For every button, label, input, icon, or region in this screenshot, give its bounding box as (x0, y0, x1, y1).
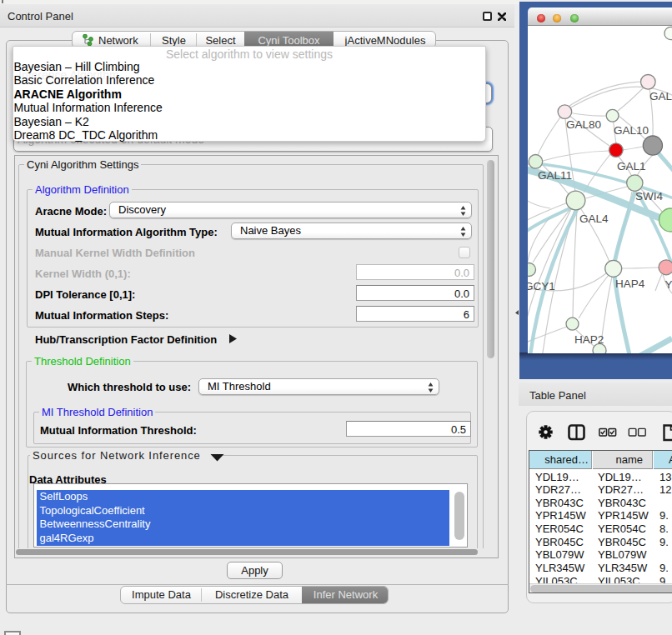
svg-text:GAL4: GAL4 (579, 212, 609, 225)
svg-text:SWI4: SWI4 (635, 190, 663, 202)
svg-text:GAL1: GAL1 (617, 160, 646, 172)
svg-text:GCY1: GCY1 (528, 280, 555, 292)
svg-text:Y: Y (665, 278, 672, 291)
svg-text:HAP2: HAP2 (574, 333, 604, 346)
svg-text:GAL10: GAL10 (614, 124, 649, 137)
svg-text:GAL2: GAL2 (649, 90, 672, 102)
svg-text:GAL11: GAL11 (538, 169, 572, 182)
svg-text:HAP4: HAP4 (615, 278, 645, 290)
svg-text:GAL80: GAL80 (566, 118, 601, 131)
